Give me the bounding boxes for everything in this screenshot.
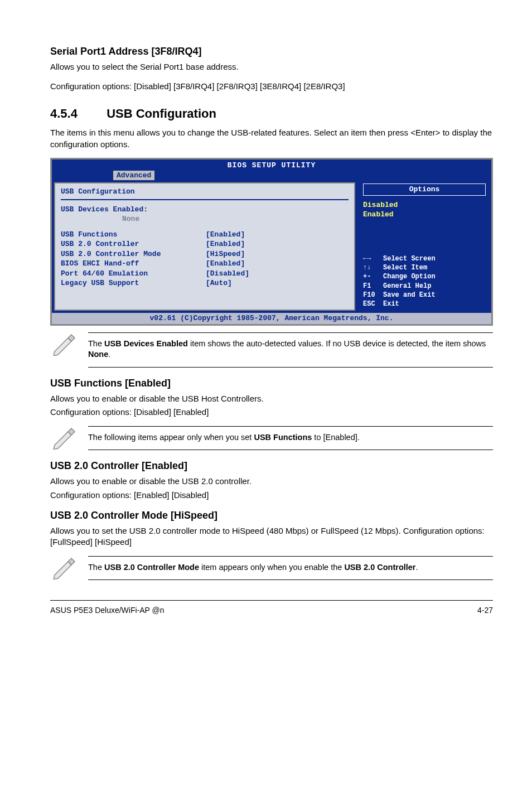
para-serial-port1-opts: Configuration options: [Disabled] [3F8/I…	[50, 81, 493, 92]
bios-lbl: USB 2.0 Controller Mode	[61, 249, 206, 259]
bios-options-header: Options	[363, 183, 486, 196]
para-serial-port1-desc: Allows you to select the Serial Port1 ba…	[50, 61, 493, 73]
note-usb-functions-enabled: The following items appear only when you…	[50, 426, 493, 451]
heading-usb-functions: USB Functions [Enabled]	[50, 376, 493, 390]
heading-serial-port1: Serial Port1 Address [3F8/IRQ4]	[50, 45, 493, 58]
note-text: item shows the auto-detected values. If …	[188, 339, 486, 348]
bios-row-legacy-usb: Legacy USB Support [Auto]	[61, 278, 349, 288]
para-usb-functions-desc: Allows you to enable or disable the USB …	[50, 393, 493, 404]
note-controller-mode: The USB 2.0 Controller Mode item appears…	[50, 556, 493, 581]
bios-row-controller-mode: USB 2.0 Controller Mode [HiSpeed]	[61, 249, 349, 259]
bios-lbl: Legacy USB Support	[61, 278, 206, 288]
para-usb-config-intro: The items in this menu allows you to cha…	[50, 127, 493, 150]
para-usb-functions-opts: Configuration options: [Disabled] [Enabl…	[50, 407, 493, 418]
bios-panel-header: USB Configuration	[61, 187, 349, 197]
bios-lbl: Port 64/60 Emulation	[61, 269, 206, 279]
bios-val: [Enabled]	[206, 259, 245, 269]
note-bold: None	[88, 350, 108, 359]
note-bold: USB Functions	[254, 433, 312, 442]
nav-key: ESC	[363, 299, 383, 308]
para-usb-controller-desc: Allows you to enable or disable the USB …	[50, 476, 493, 487]
note-text: item appears only when you enable the	[199, 563, 344, 572]
note-text: .	[108, 350, 110, 359]
bios-val: [HiSpeed]	[206, 249, 245, 259]
pencil-icon	[51, 332, 78, 356]
nav-text: Exit	[383, 300, 399, 308]
nav-text: General Help	[383, 282, 431, 290]
heading-controller-mode: USB 2.0 Controller Mode [HiSpeed]	[50, 509, 493, 522]
note-usb-devices-enabled: The USB Devices Enabled item shows the a…	[50, 332, 493, 368]
note-text: The	[88, 563, 104, 572]
note-bold: USB 2.0 Controller Mode	[104, 563, 199, 572]
bios-tab-advanced: Advanced	[113, 171, 154, 181]
nav-key: ←→	[363, 254, 383, 263]
footer-page-number: 4-27	[477, 605, 493, 616]
nav-text: Select Screen	[383, 255, 436, 263]
bios-option-disabled: Disabled	[363, 200, 486, 210]
bios-left-panel: USB Configuration USB Devices Enabled: N…	[54, 182, 355, 311]
bios-devices-value: None	[61, 214, 349, 224]
bios-row-port6460: Port 64/60 Emulation [Disabled]	[61, 269, 349, 279]
bios-val: [Disabled]	[206, 269, 249, 279]
bios-row-ehci-handoff: BIOS EHCI Hand-off [Enabled]	[61, 259, 349, 269]
pencil-icon	[51, 556, 78, 579]
nav-key: F10	[363, 291, 383, 299]
bios-lbl: BIOS EHCI Hand-off	[61, 259, 206, 269]
nav-text: Select Item	[383, 264, 427, 272]
bios-title: BIOS SETUP UTILITY	[52, 160, 491, 171]
footer-product: ASUS P5E3 Deluxe/WiFi-AP @n	[50, 605, 165, 616]
nav-key: ↑↓	[363, 263, 383, 272]
bios-val: [Enabled]	[206, 230, 245, 240]
para-usb-controller-opts: Configuration options: [Enabled] [Disabl…	[50, 490, 493, 501]
heading-usb-controller: USB 2.0 Controller [Enabled]	[50, 459, 493, 472]
note-text: to [Enabled].	[312, 433, 359, 442]
page-footer: ASUS P5E3 Deluxe/WiFi-AP @n 4-27	[50, 600, 493, 616]
bios-lbl: USB 2.0 Controller	[61, 239, 206, 249]
note-text: .	[416, 563, 418, 572]
bios-row-usb-functions: USB Functions [Enabled]	[61, 230, 349, 240]
bios-nav-help: ←→Select Screen ↑↓Select Item +-Change O…	[363, 254, 436, 308]
section-number: 4.5.4	[50, 105, 103, 122]
para-controller-mode: Allows you to set the USB 2.0 controller…	[50, 525, 493, 548]
note-text: The	[88, 339, 104, 348]
nav-text: Change Option	[383, 273, 436, 281]
nav-key: F1	[363, 282, 383, 291]
bios-screenshot: BIOS SETUP UTILITY Advanced USB Configur…	[50, 158, 493, 326]
bios-val: [Enabled]	[206, 239, 245, 249]
heading-usb-configuration: 4.5.4 USB Configuration	[50, 105, 493, 122]
bios-row-usb-controller: USB 2.0 Controller [Enabled]	[61, 239, 349, 249]
bios-option-enabled: Enabled	[363, 210, 486, 220]
bios-lbl: USB Functions	[61, 230, 206, 240]
nav-text: Save and Exit	[383, 291, 436, 299]
bios-right-panel: Options Disabled Enabled ←→Select Screen…	[357, 180, 491, 313]
bios-copyright: v02.61 (C)Copyright 1985-2007, American …	[52, 313, 491, 324]
pencil-icon	[51, 426, 78, 450]
bios-devices-label: USB Devices Enabled:	[61, 205, 349, 215]
note-bold: USB Devices Enabled	[104, 339, 188, 348]
section-title: USB Configuration	[107, 107, 216, 120]
note-bold: USB 2.0 Controller	[344, 563, 415, 572]
nav-key: +-	[363, 272, 383, 281]
note-text: The following items appear only when you…	[88, 433, 254, 442]
bios-val: [Auto]	[206, 278, 232, 288]
